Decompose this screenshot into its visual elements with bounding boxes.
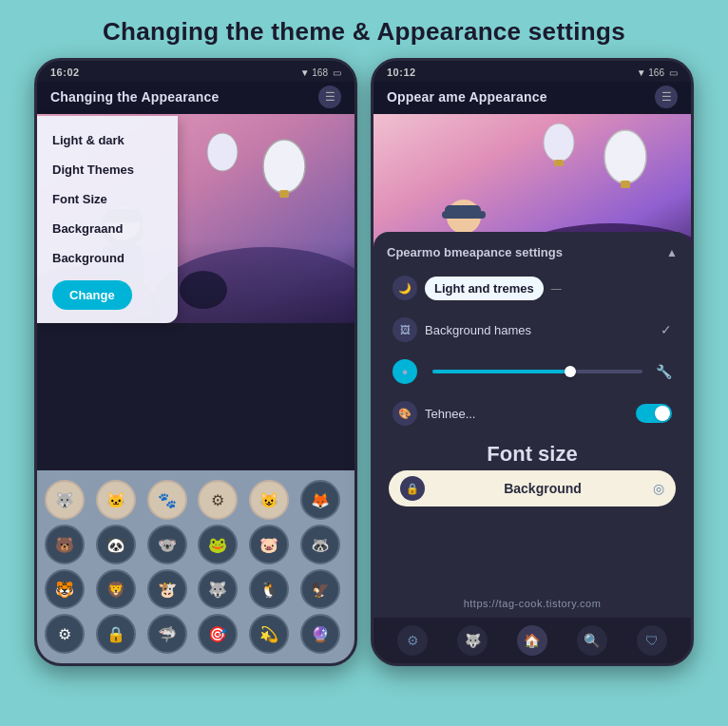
phone2-bottom-nav: ⚙ 🐺 🏠 🔍 🛡 bbox=[374, 618, 691, 663]
grid-icon-16[interactable]: 🐺 bbox=[198, 569, 238, 609]
grid-icon-3[interactable]: 🐾 bbox=[147, 480, 187, 520]
settings-row-light-themes[interactable]: 🌙 Light and tremes — bbox=[387, 269, 678, 307]
phone2-menu-icon[interactable]: ☰ bbox=[655, 86, 678, 108]
grid-icon-23[interactable]: 💫 bbox=[249, 614, 289, 654]
slider-thumb[interactable] bbox=[565, 366, 576, 377]
change-button[interactable]: Change bbox=[52, 280, 132, 310]
phone2-status-icons: ▼ 166 ▭ bbox=[637, 67, 678, 78]
phone2-header: Oppear ame Appearance ☰ bbox=[374, 82, 691, 114]
slider-wrench-icon: 🔧 bbox=[656, 364, 672, 379]
grid-icon-24[interactable]: 🔮 bbox=[300, 614, 340, 654]
slider-fill bbox=[432, 370, 569, 373]
phone2-wrapper: 10:12 ▼ 166 ▭ Oppear ame Appearance ☰ bbox=[371, 58, 694, 666]
grid-icon-7[interactable]: 🐻 bbox=[45, 525, 85, 564]
phone1-header: Changing the Appearance ☰ bbox=[37, 82, 354, 114]
phone2: 10:12 ▼ 166 ▭ Oppear ame Appearance ☰ bbox=[371, 58, 694, 666]
toggle-knob bbox=[655, 406, 670, 421]
settings-row-slider[interactable]: ● 🔧 bbox=[387, 353, 678, 391]
phone1-battery-icon: ▭ bbox=[333, 67, 341, 78]
svg-rect-16 bbox=[621, 181, 630, 188]
row-light-themes-dash: — bbox=[551, 282, 562, 294]
background-row[interactable]: 🔒 Background ◎ bbox=[389, 470, 676, 506]
menu-item-background[interactable]: Background bbox=[37, 243, 178, 273]
svg-point-17 bbox=[544, 124, 574, 162]
grid-icon-17[interactable]: 🐧 bbox=[249, 569, 289, 609]
phone2-header-title: Oppear ame Appearance bbox=[387, 89, 547, 105]
background-row-wrapper: 🔒 Background ◎ bbox=[387, 470, 678, 506]
menu-item-font-size[interactable]: Font Size bbox=[37, 184, 178, 214]
toggle-switch[interactable] bbox=[636, 404, 672, 423]
phone1-menu-icon[interactable]: ☰ bbox=[318, 86, 341, 108]
row-background-check: ✓ bbox=[661, 322, 672, 337]
row-icon-blue: ● bbox=[393, 359, 417, 384]
bg-row-chevron: ◎ bbox=[653, 481, 664, 496]
watermark: https://tag-cook.tistory.com bbox=[464, 598, 602, 609]
menu-item-backgraand[interactable]: Backgraand bbox=[37, 214, 178, 243]
menu-item-light-dark[interactable]: Light & dark bbox=[37, 125, 178, 155]
panel-chevron: ▲ bbox=[666, 246, 678, 259]
phone2-time: 10:12 bbox=[387, 67, 416, 78]
phones-container: 16:02 ▼ 168 ▭ Changing the Appearance ☰ bbox=[0, 58, 728, 666]
phone1-icon-grid: 🐺 🐱 🐾 ⚙ 😺 🦊 🐻 🐼 🐨 🐸 🐷 🦝 🐯 🦁 🐮 🐺 🐧 bbox=[37, 470, 354, 663]
font-size-label: Font size bbox=[387, 436, 678, 470]
grid-icon-8[interactable]: 🐼 bbox=[96, 525, 136, 564]
slider-container[interactable] bbox=[432, 370, 642, 373]
grid-icon-21[interactable]: 🦈 bbox=[147, 614, 187, 654]
row-icon-palette: 🎨 bbox=[393, 401, 417, 426]
grid-icon-2[interactable]: 🐱 bbox=[96, 480, 136, 520]
grid-icon-13[interactable]: 🐯 bbox=[45, 569, 85, 609]
phone2-signal: ▼ 166 bbox=[637, 67, 664, 78]
settings-row-toggle[interactable]: 🎨 Tehnee... bbox=[387, 394, 678, 432]
row-toggle-label: Tehnee... bbox=[425, 407, 636, 421]
bottom-nav-search[interactable]: 🔍 bbox=[577, 625, 607, 656]
panel-title: Cpearmo bmeapance settings bbox=[387, 245, 563, 259]
bottom-nav-home[interactable]: 🏠 bbox=[517, 625, 547, 656]
row-background-label: Background hames bbox=[425, 323, 661, 337]
page-title: Changing the theme & Appearance settings bbox=[84, 0, 644, 58]
phone2-battery-icon: ▭ bbox=[669, 67, 678, 78]
svg-rect-18 bbox=[554, 160, 564, 166]
grid-icon-5[interactable]: 😺 bbox=[249, 480, 289, 520]
phone1-wrapper: 16:02 ▼ 168 ▭ Changing the Appearance ☰ bbox=[34, 58, 357, 666]
grid-icon-12[interactable]: 🦝 bbox=[300, 525, 340, 564]
panel-header: Cpearmo bmeapance settings ▲ bbox=[387, 245, 678, 259]
grid-icon-10[interactable]: 🐸 bbox=[198, 525, 238, 564]
svg-rect-21 bbox=[442, 211, 486, 219]
phone1-menu: Light & dark Dight Themes Font Size Back… bbox=[37, 116, 178, 323]
settings-row-background[interactable]: 🖼 Background hames ✓ bbox=[387, 311, 678, 349]
grid-icon-20[interactable]: 🔒 bbox=[96, 614, 136, 654]
phone2-status-bar: 10:12 ▼ 166 ▭ bbox=[374, 61, 691, 82]
bg-row-label: Background bbox=[504, 481, 582, 496]
bottom-nav-settings[interactable]: ⚙ bbox=[397, 625, 428, 656]
phone1-header-title: Changing the Appearance bbox=[50, 89, 220, 105]
row-icon-moon: 🌙 bbox=[393, 276, 417, 300]
grid-icon-15[interactable]: 🐮 bbox=[147, 569, 187, 609]
grid-icon-11[interactable]: 🐷 bbox=[249, 525, 289, 564]
grid-icon-22[interactable]: 🎯 bbox=[198, 614, 238, 654]
phone1-status-bar: 16:02 ▼ 168 ▭ bbox=[37, 61, 354, 82]
menu-item-dight-themes[interactable]: Dight Themes bbox=[37, 155, 178, 184]
svg-point-15 bbox=[604, 130, 646, 183]
row-icon-image: 🖼 bbox=[393, 317, 417, 342]
grid-icon-4[interactable]: ⚙ bbox=[198, 480, 238, 520]
phone1-status-icons: ▼ 168 ▭ bbox=[300, 67, 341, 78]
bottom-nav-wolf[interactable]: 🐺 bbox=[457, 625, 488, 656]
bg-row-icon: 🔒 bbox=[400, 476, 425, 501]
row-light-themes-label: Light and tremes bbox=[425, 277, 544, 300]
phone1: 16:02 ▼ 168 ▭ Changing the Appearance ☰ bbox=[34, 58, 357, 666]
bottom-nav-shield[interactable]: 🛡 bbox=[637, 625, 667, 656]
grid-icon-9[interactable]: 🐨 bbox=[147, 525, 187, 564]
grid-icon-1[interactable]: 🐺 bbox=[45, 480, 85, 520]
grid-icon-14[interactable]: 🦁 bbox=[96, 569, 136, 609]
grid-icon-18[interactable]: 🦅 bbox=[300, 569, 340, 609]
phone1-time: 16:02 bbox=[50, 67, 80, 78]
grid-icon-6[interactable]: 🦊 bbox=[300, 480, 340, 520]
grid-icon-19[interactable]: ⚙ bbox=[45, 614, 85, 654]
phone1-signal: ▼ 168 bbox=[300, 67, 328, 78]
